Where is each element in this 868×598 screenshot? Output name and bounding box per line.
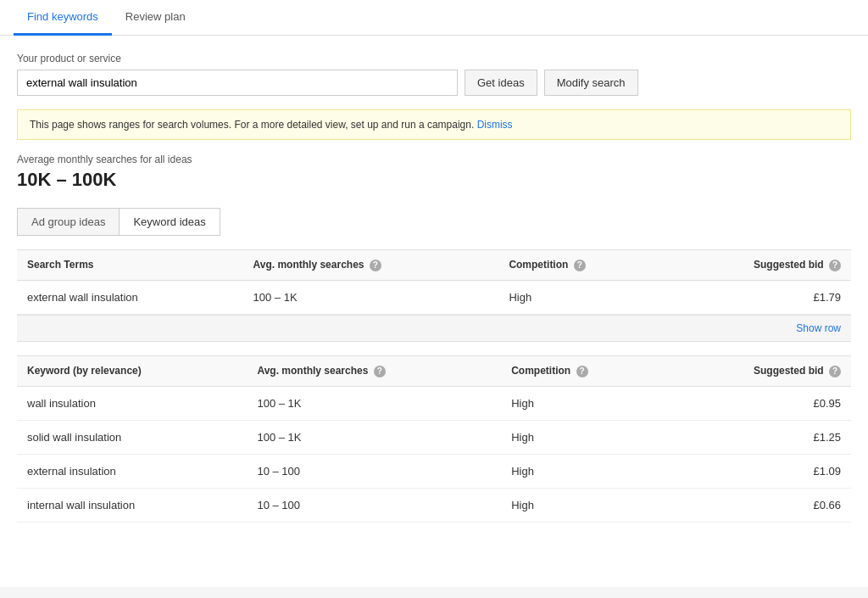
keyword-row-0: wall insulation 100 – 1K High £0.95 (17, 386, 851, 420)
keyword-cell: wall insulation (17, 386, 247, 420)
keyword-row-2: external insulation 10 – 100 High £1.09 (17, 454, 851, 488)
keyword-avg: 100 – 1K (247, 386, 501, 420)
modify-search-button[interactable]: Modify search (544, 70, 638, 96)
col-ki-avg-monthly: Avg. monthly searches ? (247, 355, 501, 386)
top-tabs: Find keywords Review plan (0, 0, 868, 36)
keyword-avg: 10 – 100 (247, 454, 501, 488)
keyword-cell: internal wall insulation (17, 488, 247, 522)
dismiss-link[interactable]: Dismiss (477, 119, 513, 131)
keyword-competition: High (501, 420, 667, 454)
keyword-cell: external insulation (17, 454, 247, 488)
keyword-competition: High (501, 454, 667, 488)
search-terms-section: Search Terms Avg. monthly searches ? Com… (17, 249, 851, 315)
tab-ad-group-ideas[interactable]: Ad group ideas (18, 209, 120, 235)
search-row: Get ideas Modify search (17, 70, 851, 96)
search-term-cell: external wall insulation (17, 280, 243, 314)
avg-monthly-help-icon[interactable]: ? (370, 260, 381, 271)
tab-keyword-ideas[interactable]: Keyword ideas (120, 209, 219, 235)
keyword-cell: solid wall insulation (17, 420, 247, 454)
ki-competition-help-icon[interactable]: ? (576, 366, 588, 377)
col-competition: Competition ? (498, 250, 665, 281)
keyword-ideas-header-row: Keyword (by relevance) Avg. monthly sear… (17, 355, 851, 386)
keyword-row-3: internal wall insulation 10 – 100 High £… (17, 488, 851, 522)
search-input[interactable] (17, 70, 458, 96)
keyword-bid: £1.09 (667, 454, 851, 488)
competition-help-icon[interactable]: ? (574, 260, 586, 271)
ki-avg-help-icon[interactable]: ? (374, 366, 386, 377)
ki-bid-help-icon[interactable]: ? (829, 366, 841, 377)
search-term-competition: High (498, 280, 665, 314)
col-keyword-relevance: Keyword (by relevance) (17, 355, 247, 386)
col-ki-suggested-bid: Suggested bid ? (667, 355, 851, 386)
col-avg-monthly: Avg. monthly searches ? (243, 250, 499, 281)
show-row-bar[interactable]: Show row (17, 315, 851, 342)
keyword-bid: £1.25 (667, 420, 851, 454)
tab-find-keywords[interactable]: Find keywords (14, 0, 112, 36)
col-suggested-bid: Suggested bid ? (665, 250, 851, 281)
notice-text: This page shows ranges for search volume… (30, 119, 474, 131)
search-term-bid: £1.79 (665, 280, 851, 314)
product-label: Your product or service (17, 53, 851, 64)
col-search-terms: Search Terms (17, 250, 243, 281)
avg-range: 10K – 100K (17, 169, 851, 191)
notice-bar: This page shows ranges for search volume… (17, 109, 851, 140)
suggested-bid-help-icon[interactable]: ? (829, 260, 841, 271)
avg-label: Average monthly searches for all ideas (17, 154, 851, 165)
keyword-competition: High (501, 386, 667, 420)
tab-review-plan[interactable]: Review plan (112, 0, 199, 36)
keyword-bid: £0.66 (667, 488, 851, 522)
keyword-ideas-table: Keyword (by relevance) Avg. monthly sear… (17, 355, 851, 523)
get-ideas-button[interactable]: Get ideas (465, 70, 537, 96)
keyword-row-1: solid wall insulation 100 – 1K High £1.2… (17, 420, 851, 454)
keyword-competition: High (501, 488, 667, 522)
inner-tabs: Ad group ideas Keyword ideas (17, 208, 220, 236)
search-term-row-0: external wall insulation 100 – 1K High £… (17, 280, 851, 314)
main-content: Your product or service Get ideas Modify… (0, 36, 868, 587)
keyword-ideas-section: Keyword (by relevance) Avg. monthly sear… (17, 355, 851, 523)
search-terms-header-row: Search Terms Avg. monthly searches ? Com… (17, 250, 851, 281)
search-term-avg: 100 – 1K (243, 280, 499, 314)
keyword-avg: 100 – 1K (247, 420, 501, 454)
keyword-avg: 10 – 100 (247, 488, 501, 522)
search-terms-table: Search Terms Avg. monthly searches ? Com… (17, 249, 851, 315)
keyword-bid: £0.95 (667, 386, 851, 420)
col-ki-competition: Competition ? (501, 355, 667, 386)
